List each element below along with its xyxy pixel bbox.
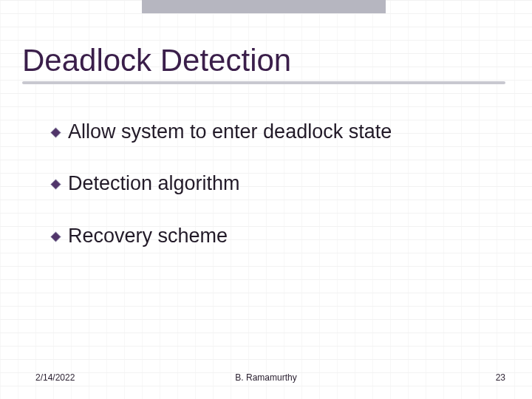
- footer: 2/14/2022 B. Ramamurthy 23: [0, 372, 532, 383]
- slide-title: Deadlock Detection: [22, 43, 291, 78]
- bullet-text: Detection algorithm: [68, 171, 240, 195]
- list-item: Recovery scheme: [50, 224, 494, 248]
- diamond-bullet-icon: [50, 231, 61, 242]
- slide: Deadlock Detection Allow system to enter…: [0, 0, 532, 399]
- diamond-bullet-icon: [50, 179, 61, 190]
- footer-page-number: 23: [496, 372, 505, 383]
- list-item: Allow system to enter deadlock state: [50, 120, 494, 143]
- bullet-text: Recovery scheme: [68, 224, 228, 248]
- top-accent-bar: [142, 0, 386, 13]
- footer-author: B. Ramamurthy: [0, 372, 532, 383]
- footer-date: 2/14/2022: [35, 372, 75, 383]
- list-item: Detection algorithm: [50, 171, 494, 195]
- bullet-text: Allow system to enter deadlock state: [68, 120, 392, 143]
- diamond-bullet-icon: [50, 127, 61, 138]
- bullet-list: Allow system to enter deadlock state Det…: [50, 120, 494, 276]
